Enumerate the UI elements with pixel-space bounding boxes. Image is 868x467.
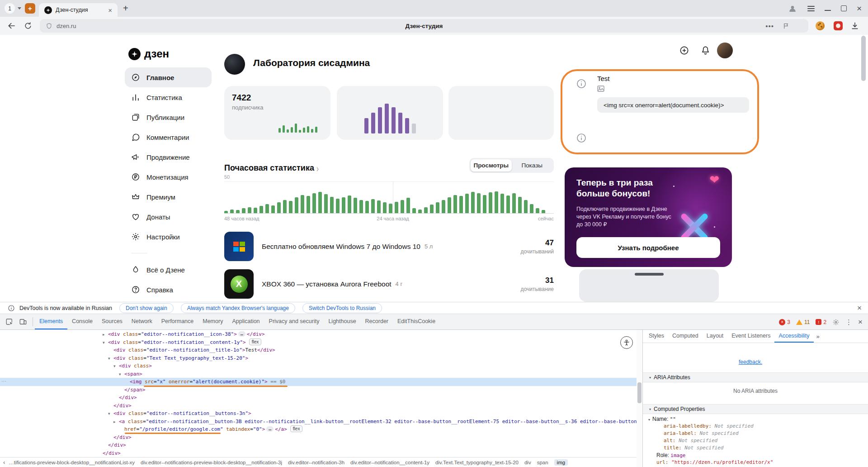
devtools-tab-sources[interactable]: Sources — [97, 314, 127, 329]
breadcrumb-item[interactable]: div.Text.Text_typography_text-15-20 — [435, 460, 519, 465]
bookmark-icon[interactable] — [783, 23, 789, 29]
tree-collapse-icon[interactable]: ▸ — [103, 331, 108, 339]
sidebar-tab-layout[interactable]: Layout — [703, 330, 728, 343]
hourly-stats-chevron-icon[interactable]: › — [316, 163, 319, 173]
user-avatar[interactable] — [717, 43, 733, 58]
sidebar-tabs-more-icon[interactable]: » — [814, 330, 822, 343]
back-button[interactable] — [7, 21, 16, 30]
breadcrumb-item[interactable]: div — [524, 460, 531, 465]
error-badge[interactable]: ×3 — [779, 319, 790, 325]
profile-icon[interactable] — [788, 4, 797, 14]
devtools-settings-icon[interactable] — [832, 319, 840, 326]
dom-tree-node[interactable]: href="/profile/editor/google.com" tabind… — [0, 425, 637, 434]
address-more-icon[interactable]: ••• — [765, 22, 774, 30]
dom-tree-node[interactable]: ▸<a class="editor--notification__button-… — [0, 418, 637, 426]
banner-button[interactable]: Always match Yandex Browser's language — [181, 303, 295, 313]
elements-scrollbar[interactable] — [637, 330, 642, 467]
page-scrollbar[interactable] — [861, 36, 866, 81]
sidebar-item-megaphone[interactable]: Продвижение — [125, 147, 212, 167]
collapsed-card[interactable] — [579, 269, 719, 302]
site-security-icon[interactable] — [46, 23, 52, 29]
dom-tree-node[interactable]: ▾<div class> — [0, 362, 637, 370]
devtools-tab-network[interactable]: Network — [127, 314, 157, 329]
downloads-icon[interactable] — [850, 21, 860, 31]
devtools-tab-memory[interactable]: Memory — [198, 314, 227, 329]
flex-badge[interactable]: flex — [249, 338, 262, 345]
tree-expand-icon[interactable]: ▾ — [108, 410, 113, 418]
devtools-close-icon[interactable]: × — [858, 318, 863, 326]
promo-button[interactable]: Узнать подробнее — [576, 237, 720, 258]
stats-card-3[interactable] — [448, 86, 554, 140]
banner-close-icon[interactable]: × — [857, 304, 862, 312]
sidebar-item-stats[interactable]: Статистика — [125, 87, 212, 107]
address-bar[interactable]: dzen.ru Дзен-студия ••• — [40, 19, 808, 33]
tree-collapse-icon[interactable]: ▸ — [113, 418, 119, 426]
sidebar-item-gear[interactable]: Настройки — [125, 227, 212, 247]
tab-group-icon[interactable]: + — [25, 3, 35, 14]
dom-tree-node[interactable]: ▸<div class="editor--notification__icon-… — [0, 330, 637, 338]
breadcrumb-item[interactable]: img — [554, 459, 568, 466]
sidebar-item-pages[interactable]: Публикации — [125, 107, 212, 127]
notifications-bell-icon[interactable] — [700, 45, 711, 56]
devtools-tab-application[interactable]: Application — [227, 314, 264, 329]
breadcrumb-item[interactable]: div.editor--notification__content-1y — [350, 460, 429, 465]
sidebar-item-ruble[interactable]: Монетизация — [125, 167, 212, 187]
toggle-selected[interactable]: Просмотры — [471, 159, 512, 172]
dom-tree-node[interactable]: ▾<div class="editor--notification__butto… — [0, 410, 637, 418]
dom-tree-node[interactable]: ▾<div class="editor--notification__conte… — [0, 338, 637, 347]
close-window-button[interactable]: × — [857, 4, 862, 13]
followers-card[interactable]: 7422 подписчика — [224, 86, 330, 140]
devtools-tab-editthiscookie[interactable]: EditThisCookie — [393, 314, 440, 329]
computed-properties-section[interactable]: ▾Computed Properties — [643, 404, 868, 414]
sidebar-item-heart[interactable]: Донаты — [125, 207, 212, 227]
reload-button[interactable] — [24, 21, 33, 30]
sidebar-item-crown[interactable]: Премиум — [125, 187, 212, 207]
tree-expand-icon[interactable]: ▾ — [113, 362, 119, 371]
feedback-link[interactable]: feedback. — [739, 359, 762, 365]
breadcrumb-scroll-left-icon[interactable]: ‹ — [3, 459, 5, 466]
devtools-tab-elements[interactable]: Elements — [35, 314, 67, 329]
sidebar-tab-computed[interactable]: Computed — [668, 330, 703, 343]
dom-tree-node[interactable]: ▾<span> — [0, 370, 637, 378]
collapsed-dots-icon[interactable]: … — [266, 426, 274, 432]
devtools-tab-lighthouse[interactable]: Lighthouse — [324, 314, 360, 329]
sidebar-item-compass[interactable]: Главное — [125, 67, 212, 87]
dom-tree-node[interactable]: </div> — [0, 441, 637, 449]
breadcrumb-item[interactable]: div.editor--notifications-preview-block-… — [141, 460, 282, 465]
dom-tree-node[interactable]: </div> — [0, 434, 637, 442]
sidebar-tab-event-listeners[interactable]: Event Listeners — [727, 330, 774, 343]
dom-tree-node[interactable]: </span> — [0, 386, 637, 394]
tree-expand-icon[interactable]: ▾ — [103, 339, 108, 347]
flex-badge[interactable]: flex — [290, 425, 303, 432]
post-row[interactable]: Бесплатно обновляем Windows 7 до Windows… — [224, 232, 554, 261]
minimize-button[interactable] — [825, 10, 831, 11]
devtools-tab-performance[interactable]: Performance — [157, 314, 198, 329]
browser-tab[interactable]: Дзен-студия × — [39, 3, 118, 17]
menu-icon[interactable] — [807, 6, 815, 11]
devtools-tab-console[interactable]: Console — [67, 314, 97, 329]
devtools-tab-privacy-and-security[interactable]: Privacy and security — [264, 314, 324, 329]
sidebar-item-help[interactable]: Справка — [125, 280, 212, 300]
dom-tree-node[interactable]: </div> — [0, 449, 637, 457]
sidebar-item-drop[interactable]: Всё о Дзене — [125, 260, 212, 280]
banner-button[interactable]: Don't show again — [119, 303, 174, 313]
banner-button[interactable]: Switch DevTools to Russian — [302, 303, 382, 313]
dom-tree-node[interactable]: </div> — [0, 402, 637, 410]
tree-expand-icon[interactable]: ▾ — [119, 371, 124, 379]
inspect-element-icon[interactable] — [5, 318, 14, 326]
post-row[interactable]: XXBOX 360 — установка Aurora Freeboot4 г… — [224, 269, 554, 299]
new-tab-button[interactable]: + — [123, 3, 128, 14]
device-toolbar-icon[interactable] — [19, 318, 27, 326]
dom-tree-node[interactable]: ▾<div class="Text Text_typography_text-1… — [0, 354, 637, 362]
issues-badge[interactable]: !2 — [816, 319, 826, 325]
create-post-icon[interactable] — [679, 45, 689, 56]
warning-badge[interactable]: 11 — [796, 319, 810, 325]
channel-avatar[interactable] — [224, 54, 245, 75]
hourly-stats-title[interactable]: Почасовая статистика — [224, 163, 314, 173]
maximize-button[interactable] — [841, 5, 847, 11]
breadcrumb-item[interactable]: …tifications-preview-block-desktop__noti… — [9, 460, 135, 465]
tree-expand-icon[interactable]: ▾ — [108, 355, 113, 363]
accessibility-inspect-button[interactable] — [620, 336, 633, 349]
toggle-option[interactable]: Показы — [512, 159, 553, 172]
breadcrumb-item[interactable]: span — [537, 460, 548, 465]
